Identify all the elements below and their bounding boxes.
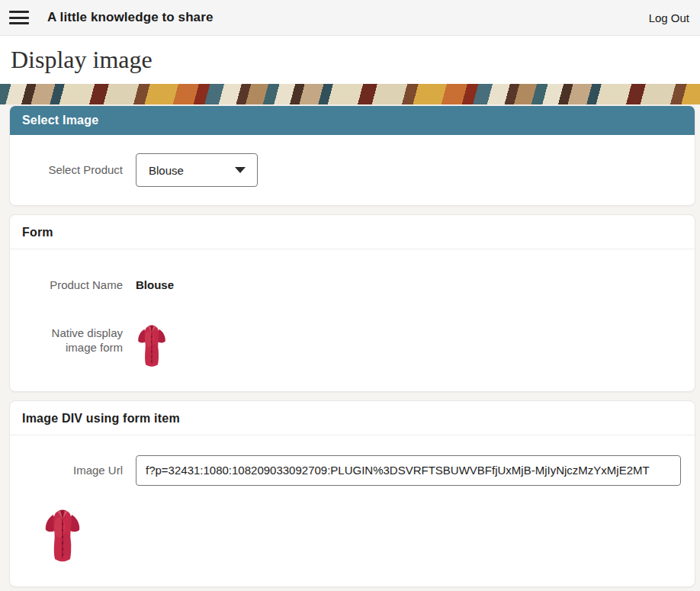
select-product-value: Blouse <box>149 164 184 177</box>
decorative-banner-image <box>0 84 700 104</box>
region-image-div-title: Image DIV using form item <box>10 401 695 435</box>
chevron-down-icon <box>235 167 246 173</box>
product-name-label: Product Name <box>10 278 123 293</box>
select-product-label: Select Product <box>10 162 123 178</box>
region-form: Form Product Name Blouse Native display … <box>9 214 695 392</box>
region-image-div-body: Image Url <box>10 435 695 586</box>
page-title: Display image <box>11 46 153 74</box>
region-form-body: Product Name Blouse Native display image… <box>10 249 695 391</box>
region-image-div: Image DIV using form item Image Url <box>9 400 695 587</box>
page-title-section: Display image <box>0 36 700 84</box>
image-url-label: Image Url <box>10 463 123 478</box>
app-header: A little knowledge to share Log Out <box>0 0 700 36</box>
blouse-image-large <box>39 501 86 564</box>
product-name-value: Blouse <box>136 278 174 291</box>
blouse-image-small <box>136 318 168 368</box>
logout-link[interactable]: Log Out <box>649 11 689 24</box>
native-display-image <box>136 318 168 368</box>
menu-icon[interactable] <box>9 10 29 25</box>
native-display-image-label: Native display image form <box>10 318 123 355</box>
region-form-title: Form <box>10 215 695 249</box>
image-url-input[interactable] <box>136 455 681 486</box>
page-content: Select Image Select Product Blouse Form … <box>0 104 700 591</box>
region-select-image-title: Select Image <box>10 106 695 135</box>
region-select-image: Select Image Select Product Blouse <box>9 105 695 206</box>
app-title: A little knowledge to share <box>47 10 213 25</box>
region-select-image-body: Select Product Blouse <box>10 135 695 205</box>
select-product-dropdown[interactable]: Blouse <box>136 153 258 187</box>
image-div-display <box>39 501 695 564</box>
